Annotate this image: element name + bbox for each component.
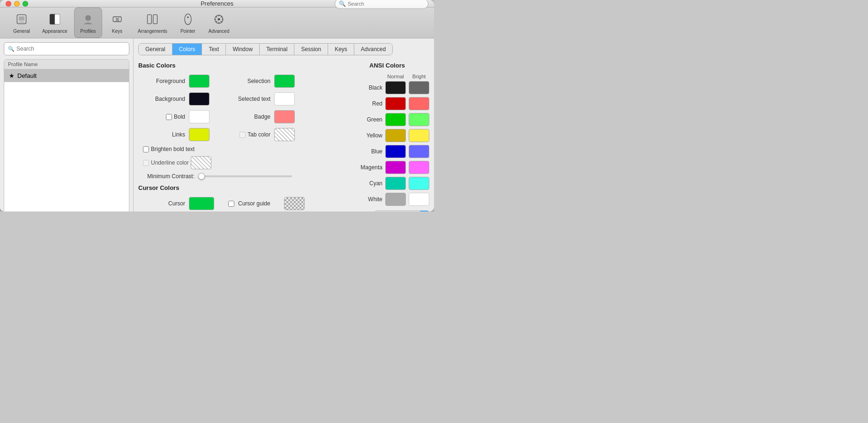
ansi-green-bright[interactable] xyxy=(409,113,429,126)
tab-general[interactable]: General xyxy=(139,44,172,55)
basic-cursor-colors: Basic Colors Foreground Background xyxy=(138,62,326,212)
tab-advanced[interactable]: Advanced xyxy=(354,44,392,55)
content-panel: General Colors Text Window Terminal Sess… xyxy=(134,38,434,212)
tab-window[interactable]: Window xyxy=(226,44,260,55)
cursor-label: Cursor xyxy=(138,200,185,207)
minimum-contrast-slider[interactable] xyxy=(198,175,292,177)
toolbar-item-arrangements[interactable]: Arrangements xyxy=(132,8,173,38)
profiles-list: Profile Name ★ Default xyxy=(4,59,129,212)
tab-color-row: Tab color xyxy=(224,128,295,141)
sidebar-search-input[interactable] xyxy=(16,45,125,52)
search-icon: 🔍 xyxy=(339,0,346,7)
ansi-red-bright[interactable] xyxy=(409,97,429,110)
pointer-label: Pointer xyxy=(180,29,195,34)
toolbar-item-pointer[interactable]: Pointer xyxy=(174,8,202,38)
tab-terminal[interactable]: Terminal xyxy=(260,44,294,55)
selection-swatch[interactable] xyxy=(274,75,295,88)
foreground-swatch[interactable] xyxy=(189,75,210,88)
ansi-black-normal[interactable] xyxy=(385,81,406,94)
sidebar-search-box[interactable]: 🔍 xyxy=(4,42,129,55)
ansi-blue-label: Blue xyxy=(345,148,382,155)
ansi-green-label: Green xyxy=(345,116,382,123)
minimum-contrast-label: Minimum Contrast: xyxy=(138,173,195,180)
tab-text[interactable]: Text xyxy=(202,44,226,55)
main-area: 🔍 Profile Name ★ Default Tags > + − ⚙ Ot… xyxy=(0,38,434,212)
cursor-colors-title: Cursor Colors xyxy=(138,184,326,191)
profile-item-default[interactable]: ★ Default xyxy=(4,69,129,82)
ansi-cyan-normal[interactable] xyxy=(385,177,406,190)
preferences-window: Preferences 🔍 General xyxy=(0,0,434,212)
basic-colors-title: Basic Colors xyxy=(138,62,326,69)
zoom-button[interactable] xyxy=(22,1,28,7)
ansi-black-label: Black xyxy=(345,84,382,91)
links-label: Links xyxy=(138,131,185,138)
foreground-label: Foreground xyxy=(138,78,185,84)
brighten-bold-label: Brighten bold text xyxy=(151,146,195,152)
cursor-colors-left-col: Cursor Cursor text xyxy=(138,197,214,212)
toolbar-item-profiles[interactable]: Profiles xyxy=(74,8,102,38)
ansi-colors-section: ANSI Colors Normal Bright Black Red xyxy=(345,62,429,212)
profile-name: Default xyxy=(17,72,37,79)
selected-text-label: Selected text xyxy=(224,96,270,102)
search-input[interactable] xyxy=(348,1,424,7)
ansi-blue-bright[interactable] xyxy=(409,145,429,158)
ansi-cyan-label: Cyan xyxy=(345,180,382,187)
links-swatch[interactable] xyxy=(189,128,210,141)
toolbar-item-keys[interactable]: ⌘ Keys xyxy=(103,8,131,38)
ansi-green-normal[interactable] xyxy=(385,113,406,126)
ansi-yellow-normal[interactable] xyxy=(385,129,406,142)
tab-colors[interactable]: Colors xyxy=(172,44,202,55)
appearance-label: Appearance xyxy=(42,29,67,34)
ansi-yellow-label: Yellow xyxy=(345,132,382,139)
badge-row: Badge xyxy=(224,110,295,123)
profiles-list-header: Profile Name xyxy=(4,60,129,69)
toolbar-item-general[interactable]: General xyxy=(7,8,36,38)
toolbar-item-appearance[interactable]: Appearance xyxy=(37,8,73,38)
ansi-cyan-bright[interactable] xyxy=(409,177,429,190)
svg-point-12 xyxy=(187,16,189,18)
ansi-black-bright[interactable] xyxy=(409,81,429,94)
tab-session[interactable]: Session xyxy=(294,44,328,55)
underline-color-checkbox[interactable] xyxy=(143,160,149,166)
bold-checkbox[interactable] xyxy=(166,114,172,120)
svg-point-11 xyxy=(185,14,191,25)
ansi-white-bright[interactable] xyxy=(409,193,429,206)
svg-rect-1 xyxy=(19,16,24,21)
cursor-colors-right-col: Cursor guide Smart box cursor color xyxy=(228,197,305,212)
selected-text-swatch[interactable] xyxy=(274,92,295,106)
toolbar-item-advanced[interactable]: Advanced xyxy=(203,8,235,38)
svg-line-19 xyxy=(216,16,217,17)
ansi-white-label: White xyxy=(345,196,382,203)
cursor-guide-checkbox[interactable] xyxy=(228,201,234,207)
ansi-magenta-bright[interactable] xyxy=(409,161,429,174)
foreground-row: Foreground xyxy=(138,75,210,88)
close-button[interactable] xyxy=(6,1,11,7)
svg-rect-10 xyxy=(153,15,157,23)
ansi-red-normal[interactable] xyxy=(385,97,406,110)
traffic-lights xyxy=(6,1,28,7)
background-swatch[interactable] xyxy=(189,92,210,106)
tab-color-checkbox[interactable] xyxy=(239,132,246,138)
minimize-button[interactable] xyxy=(14,1,20,7)
svg-line-20 xyxy=(221,21,222,22)
ansi-white-normal[interactable] xyxy=(385,193,406,206)
cursor-guide-swatch[interactable] xyxy=(284,197,305,210)
tab-keys[interactable]: Keys xyxy=(328,44,354,55)
bold-swatch[interactable] xyxy=(189,110,210,123)
ansi-yellow-bright[interactable] xyxy=(409,129,429,142)
color-presets-dropdown-button[interactable]: ▾ xyxy=(420,211,429,212)
ansi-blue-normal[interactable] xyxy=(385,145,406,158)
svg-rect-4 xyxy=(50,15,55,24)
profiles-icon xyxy=(81,12,96,27)
cursor-swatch[interactable] xyxy=(189,197,214,210)
titlebar-search[interactable]: 🔍 xyxy=(335,0,428,9)
ansi-magenta-normal[interactable] xyxy=(385,161,406,174)
arrangements-icon xyxy=(145,12,160,27)
color-presets-button[interactable]: Color Presets... xyxy=(374,211,420,212)
selection-row: Selection xyxy=(224,75,295,88)
brighten-bold-checkbox[interactable] xyxy=(143,146,149,152)
toolbar: General Appearance Profiles xyxy=(0,8,434,38)
star-icon: ★ xyxy=(9,72,15,79)
tab-color-label: Tab color xyxy=(247,131,270,138)
badge-swatch[interactable] xyxy=(274,110,295,123)
